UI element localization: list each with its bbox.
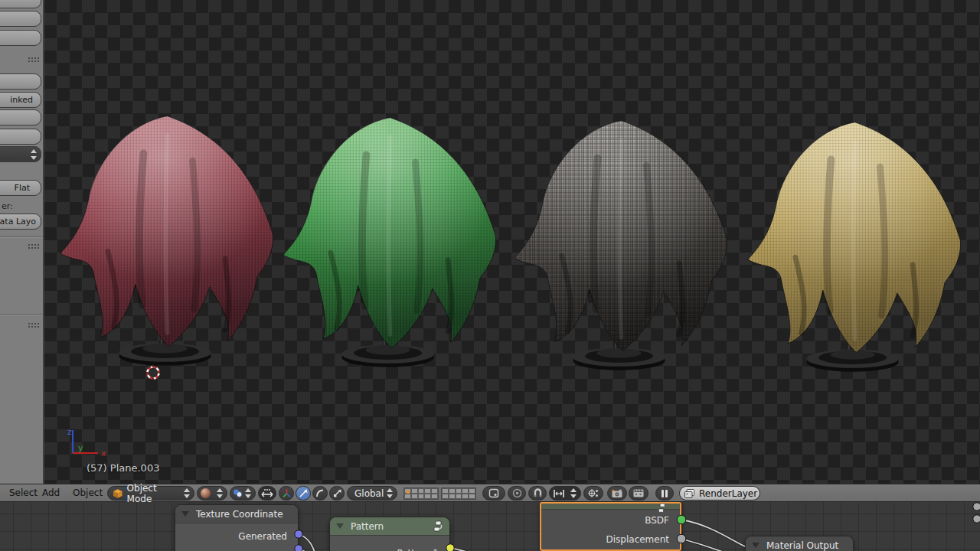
render-layer-selector[interactable]: RenderLayer <box>679 486 760 500</box>
snap-toggle-button[interactable] <box>528 486 547 500</box>
snap-increment-icon <box>553 489 565 498</box>
spinner-arrows-icon[interactable] <box>183 488 191 498</box>
layer-cell[interactable] <box>462 494 469 499</box>
snap-element-dropdown[interactable] <box>549 486 581 500</box>
tool-dropdown[interactable] <box>0 146 41 162</box>
layer-cell[interactable] <box>431 488 438 494</box>
layer-cell[interactable] <box>424 494 431 499</box>
gray-cloth[interactable] <box>514 121 727 351</box>
manipulator-toggle-button[interactable] <box>258 486 276 500</box>
gold-cloth-object[interactable] <box>748 122 961 372</box>
tool-shelf: inked Flat er: Data Layo <box>0 0 44 484</box>
spinner-arrows-icon[interactable] <box>216 488 224 498</box>
layer-cell[interactable] <box>449 488 456 494</box>
generated-output-label: Generated <box>238 531 287 542</box>
proportional-edit-dropdown[interactable] <box>482 486 505 500</box>
displacement-output-label: Displacement <box>606 534 670 545</box>
render-animation-button[interactable] <box>629 486 648 500</box>
rotate-arc-icon <box>315 488 325 498</box>
spinner-arrows-icon[interactable] <box>30 149 37 160</box>
viewport-shading-dropdown[interactable] <box>197 486 227 500</box>
viewport-header: Select Add Object Object Mode <box>0 484 980 502</box>
layer-cell[interactable] <box>404 494 411 499</box>
layer-cell[interactable] <box>456 494 462 499</box>
pause-button[interactable] <box>655 486 674 500</box>
red-cloth[interactable] <box>60 116 273 347</box>
layer-cell[interactable] <box>418 488 425 494</box>
tool-button[interactable] <box>0 109 41 126</box>
manipulator-axes-button[interactable] <box>279 486 294 500</box>
offscreen-socket <box>973 515 980 523</box>
material-output-node[interactable]: Material Output <box>745 536 854 551</box>
tool-button[interactable] <box>0 30 41 46</box>
tool-button[interactable] <box>0 11 41 27</box>
add-menu[interactable]: Add <box>42 487 60 498</box>
spinner-arrows-icon[interactable] <box>386 488 394 498</box>
layer-cell[interactable] <box>469 494 475 499</box>
move-handles-icon <box>261 488 273 499</box>
layer-cell[interactable] <box>449 494 456 499</box>
snap-target-button[interactable] <box>583 486 603 500</box>
spinner-arrows-icon[interactable] <box>570 488 577 498</box>
spinner-arrows-icon[interactable] <box>244 488 252 498</box>
layer-cell[interactable] <box>424 488 431 494</box>
gold-cloth[interactable] <box>748 122 961 353</box>
object-menu[interactable]: Object <box>73 487 103 498</box>
manipulator-translate-button[interactable] <box>296 486 311 500</box>
texture-coordinate-node-header[interactable]: Texture Coordinate <box>175 505 298 523</box>
bsdf-output-label: BSDF <box>645 515 669 526</box>
layers-grid-right[interactable] <box>441 487 476 500</box>
pattern-node[interactable]: Pattern Pattern 1 <box>329 517 450 551</box>
tool-button[interactable] <box>0 129 41 145</box>
shading-sphere-icon <box>201 488 211 498</box>
layer-cell[interactable] <box>431 494 438 499</box>
collapse-triangle-icon[interactable] <box>181 511 189 517</box>
3d-cursor[interactable] <box>145 364 162 382</box>
data-layout-button[interactable]: Data Layo <box>0 214 41 230</box>
tool-button[interactable] <box>0 0 41 8</box>
manipulator-rotate-button[interactable] <box>312 486 328 500</box>
layer-cell[interactable] <box>456 488 462 494</box>
make-linked-button[interactable]: inked <box>0 92 41 108</box>
layers-grid-left[interactable] <box>403 487 439 500</box>
axis-x-label: x <box>101 448 106 458</box>
layer-cell[interactable] <box>469 488 475 494</box>
collapse-triangle-icon[interactable] <box>752 543 760 548</box>
group-node-header[interactable] <box>541 504 680 510</box>
render-image-button[interactable] <box>607 486 627 500</box>
layer-cell[interactable] <box>411 494 418 499</box>
selected-group-node[interactable]: BSDF Displacement <box>540 502 681 551</box>
panel-drag-dots[interactable] <box>28 322 41 329</box>
offscreen-socket <box>973 503 980 510</box>
manipulator-scale-button[interactable] <box>329 486 345 500</box>
gray-cloth-object[interactable] <box>514 121 727 370</box>
axis-y-label: y <box>78 443 83 453</box>
green-cloth-object[interactable] <box>283 118 496 367</box>
layer-cell[interactable] <box>418 494 425 499</box>
pivot-point-dropdown[interactable] <box>230 486 256 500</box>
falloff-button[interactable] <box>508 486 526 500</box>
tool-button[interactable] <box>0 73 41 90</box>
layer-cell[interactable] <box>442 488 449 494</box>
axis-gizmo: z y x <box>67 427 106 458</box>
panel-drag-dots[interactable] <box>28 57 41 64</box>
layer-cell[interactable] <box>462 488 469 494</box>
material-output-node-header[interactable]: Material Output <box>746 536 853 551</box>
panel-drag-dots[interactable] <box>28 243 41 250</box>
red-cloth-object[interactable] <box>60 116 273 366</box>
texture-coordinate-node[interactable]: Texture Coordinate Generated <box>175 504 299 551</box>
transform-orientation-dropdown[interactable]: Global <box>347 486 397 500</box>
node-editor[interactable]: Texture Coordinate Generated Pattern Pat… <box>0 502 980 551</box>
shading-flat-button[interactable]: Flat <box>0 180 41 196</box>
3d-viewport[interactable]: z y x (57) Plane.003 <box>44 0 980 484</box>
snap-target-icon <box>588 488 599 498</box>
layer-cell[interactable] <box>442 494 449 499</box>
pattern-node-header[interactable]: Pattern <box>330 517 449 536</box>
mode-dropdown[interactable]: Object Mode <box>107 486 194 500</box>
scale-arrow-icon <box>332 488 342 498</box>
collapse-triangle-icon[interactable] <box>336 523 344 529</box>
green-cloth[interactable] <box>283 118 496 348</box>
layer-cell[interactable] <box>411 488 418 494</box>
layer-cell-active[interactable] <box>404 488 411 494</box>
select-menu[interactable]: Select <box>9 487 38 498</box>
